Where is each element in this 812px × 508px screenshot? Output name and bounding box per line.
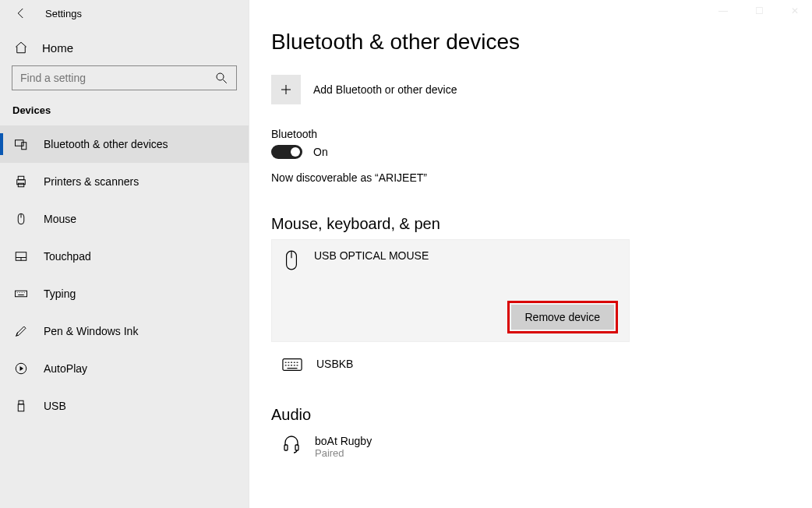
bluetooth-toggle[interactable] [271, 145, 302, 159]
sidebar-item-label: AutoPlay [44, 362, 87, 375]
bluetooth-state: On [313, 146, 328, 158]
device-name: USB OPTICAL MOUSE [314, 249, 429, 262]
autoplay-icon [14, 362, 28, 376]
remove-highlight: Remove device [507, 301, 619, 333]
headset-icon [282, 435, 301, 453]
pen-icon [14, 324, 28, 338]
close-button[interactable]: ✕ [778, 0, 812, 22]
sidebar: Settings Home Devices Bluetooth & other … [0, 0, 249, 508]
sidebar-home-label: Home [42, 41, 73, 55]
titlebar: Settings [0, 6, 249, 34]
svg-rect-37 [284, 445, 288, 450]
sidebar-item-label: Mouse [44, 213, 76, 225]
remove-device-button[interactable]: Remove device [511, 305, 615, 330]
device-name: boAt Rugby [315, 435, 372, 447]
back-icon[interactable] [14, 6, 28, 20]
sidebar-item-label: Printers & scanners [44, 175, 139, 188]
mouse-device-icon [283, 249, 300, 271]
keyboard-device-icon [282, 358, 302, 372]
search-input[interactable] [20, 72, 207, 84]
sidebar-item-bluetooth[interactable]: Bluetooth & other devices [0, 125, 249, 163]
group-audio-title: Audio [271, 406, 812, 424]
svg-rect-11 [16, 291, 27, 297]
usb-icon [14, 399, 28, 413]
svg-rect-19 [19, 400, 23, 404]
maximize-button[interactable]: ☐ [742, 0, 776, 22]
svg-marker-18 [20, 366, 24, 371]
touchpad-icon [14, 249, 28, 263]
sidebar-home[interactable]: Home [0, 34, 249, 65]
svg-rect-20 [18, 404, 24, 411]
minimize-button[interactable]: — [706, 0, 740, 22]
group-mouse-title: Mouse, keyboard, & pen [271, 215, 812, 233]
sidebar-item-touchpad[interactable]: Touchpad [0, 238, 249, 275]
device-status: Paired [315, 447, 372, 459]
svg-rect-38 [295, 445, 298, 450]
svg-rect-5 [18, 183, 24, 187]
search-wrap [0, 65, 249, 104]
device-name: USBKB [316, 358, 353, 370]
search-icon [214, 71, 228, 85]
printer-icon [14, 175, 28, 189]
window-title: Settings [45, 8, 82, 19]
plus-icon [279, 83, 293, 97]
mouse-icon [14, 212, 28, 226]
sidebar-item-label: Bluetooth & other devices [44, 138, 168, 150]
page-title: Bluetooth & other devices [271, 30, 812, 55]
svg-rect-1 [16, 140, 24, 146]
content-area: — ☐ ✕ Bluetooth & other devices Add Blue… [249, 0, 812, 508]
sidebar-section-label: Devices [0, 104, 249, 125]
sidebar-item-autoplay[interactable]: AutoPlay [0, 350, 249, 387]
discoverable-text: Now discoverable as “ARIJEET” [271, 171, 812, 184]
sidebar-item-pen[interactable]: Pen & Windows Ink [0, 312, 249, 350]
sidebar-item-label: USB [44, 400, 66, 412]
device-card-mouse[interactable]: USB OPTICAL MOUSE Remove device [271, 239, 630, 342]
search-box[interactable] [12, 65, 237, 90]
device-row-audio[interactable]: boAt Rugby Paired [271, 430, 812, 459]
svg-rect-4 [18, 176, 24, 180]
keyboard-icon [14, 287, 28, 301]
home-icon [14, 41, 28, 55]
bluetooth-toggle-row: On [271, 145, 812, 159]
sidebar-item-label: Typing [44, 288, 76, 300]
devices-icon [14, 137, 28, 151]
add-device-button[interactable] [271, 75, 301, 104]
sidebar-item-typing[interactable]: Typing [0, 275, 249, 312]
sidebar-item-printers[interactable]: Printers & scanners [0, 163, 249, 200]
window-controls: — ☐ ✕ [706, 0, 812, 22]
bluetooth-label: Bluetooth [271, 128, 812, 140]
sidebar-item-mouse[interactable]: Mouse [0, 200, 249, 238]
sidebar-item-label: Pen & Windows Ink [44, 325, 138, 337]
add-device-row[interactable]: Add Bluetooth or other device [271, 75, 812, 104]
sidebar-item-label: Touchpad [44, 250, 91, 263]
sidebar-item-usb[interactable]: USB [0, 387, 249, 425]
svg-point-0 [217, 73, 224, 80]
device-row-keyboard[interactable]: USBKB [271, 355, 812, 379]
add-device-label: Add Bluetooth or other device [313, 83, 457, 96]
